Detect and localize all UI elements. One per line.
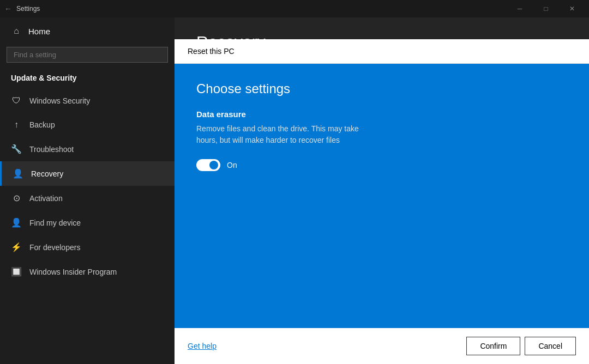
get-help-link[interactable]: Get help bbox=[188, 342, 217, 350]
toggle-state-label: On bbox=[227, 161, 237, 169]
sidebar-item-for-developers[interactable]: ⚡ For developers bbox=[0, 235, 175, 259]
toggle-row: On bbox=[196, 159, 567, 171]
sidebar-item-label: Troubleshoot bbox=[29, 145, 74, 154]
sidebar-item-recovery[interactable]: 👤 Recovery bbox=[0, 161, 175, 186]
footer-buttons: Confirm Cancel bbox=[466, 337, 576, 355]
sidebar-item-label: Backup bbox=[29, 120, 55, 129]
sidebar-section-title: Update & Security bbox=[0, 69, 175, 89]
sidebar-item-troubleshoot[interactable]: 🔧 Troubleshoot bbox=[0, 137, 175, 161]
titlebar-left: ← Settings bbox=[4, 4, 507, 13]
sidebar-item-find-my-device[interactable]: 👤 Find my device bbox=[0, 210, 175, 235]
sidebar-item-label: For developers bbox=[29, 243, 80, 252]
sidebar-item-label: Windows Insider Program bbox=[29, 268, 117, 276]
home-icon: ⌂ bbox=[11, 26, 22, 36]
recovery-icon: 👤 bbox=[13, 168, 23, 179]
sidebar-item-label: Recovery bbox=[31, 169, 63, 178]
titlebar-controls: ─ □ ✕ bbox=[507, 0, 585, 17]
titlebar: ← Settings ─ □ ✕ bbox=[0, 0, 589, 17]
sidebar-item-label: Find my device bbox=[29, 219, 81, 227]
sidebar-item-label: Windows Security bbox=[29, 96, 90, 105]
reset-panel-header: Reset this PC bbox=[175, 39, 589, 64]
shield-icon: 🛡 bbox=[11, 96, 22, 106]
backup-icon: ↑ bbox=[11, 120, 22, 130]
choose-settings-dialog: Choose settings Data erasure Remove file… bbox=[175, 64, 589, 328]
search-input[interactable] bbox=[7, 47, 168, 63]
sidebar: ⌂ Home Update & Security 🛡 Windows Secur… bbox=[0, 17, 175, 364]
sidebar-search-container bbox=[7, 47, 168, 63]
data-erasure-description: Remove files and clean the drive. This m… bbox=[196, 123, 382, 146]
titlebar-title: Settings bbox=[16, 5, 40, 13]
activation-icon: ⊙ bbox=[11, 193, 22, 203]
wrench-icon: 🔧 bbox=[11, 144, 22, 154]
developer-icon: ⚡ bbox=[11, 242, 22, 252]
insider-icon: 🔲 bbox=[11, 266, 22, 277]
sidebar-home-label: Home bbox=[28, 27, 50, 36]
dialog-footer: Get help Confirm Cancel bbox=[175, 328, 589, 364]
sidebar-item-label: Activation bbox=[29, 194, 63, 203]
maximize-button[interactable]: □ bbox=[533, 0, 558, 17]
device-icon: 👤 bbox=[11, 217, 22, 228]
content-area: Recovery Start up from a device or disc … bbox=[175, 17, 589, 364]
toggle-thumb bbox=[209, 161, 218, 169]
back-button[interactable]: ← bbox=[4, 4, 12, 13]
dialog-overlay: Reset this PC Choose settings Data erasu… bbox=[175, 39, 589, 364]
sidebar-item-backup[interactable]: ↑ Backup bbox=[0, 113, 175, 137]
close-button[interactable]: ✕ bbox=[560, 0, 585, 17]
data-erasure-toggle[interactable] bbox=[196, 159, 220, 171]
sidebar-item-activation[interactable]: ⊙ Activation bbox=[0, 186, 175, 210]
sidebar-item-windows-security[interactable]: 🛡 Windows Security bbox=[0, 89, 175, 113]
cancel-button[interactable]: Cancel bbox=[525, 337, 576, 355]
minimize-button[interactable]: ─ bbox=[507, 0, 532, 17]
toggle-track bbox=[196, 159, 220, 171]
confirm-button[interactable]: Confirm bbox=[466, 337, 520, 355]
data-erasure-label: Data erasure bbox=[196, 110, 567, 119]
reset-panel: Reset this PC bbox=[175, 39, 589, 64]
choose-settings-title: Choose settings bbox=[196, 81, 567, 96]
sidebar-item-windows-insider[interactable]: 🔲 Windows Insider Program bbox=[0, 259, 175, 284]
sidebar-item-home[interactable]: ⌂ Home bbox=[0, 17, 175, 45]
app-body: ⌂ Home Update & Security 🛡 Windows Secur… bbox=[0, 17, 589, 364]
